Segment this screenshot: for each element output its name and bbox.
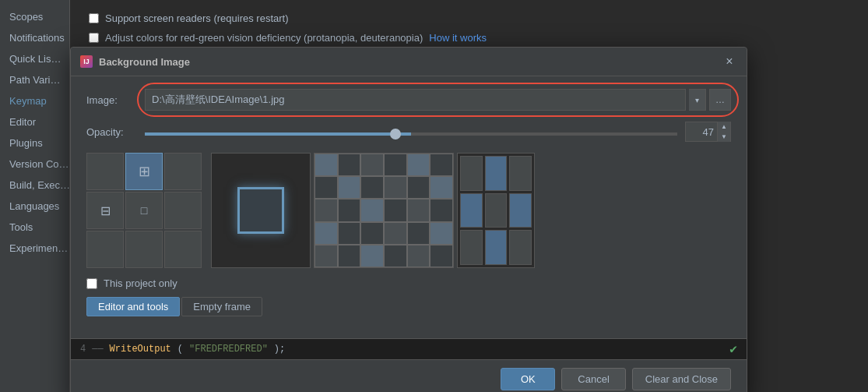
sidebar-item-pathvari[interactable]: Path Vari… bbox=[0, 69, 69, 90]
tile-cell bbox=[315, 154, 338, 176]
opacity-row: Opacity: ▲ ▼ bbox=[86, 122, 731, 142]
code-paren: ( bbox=[177, 344, 183, 355]
tile-cell bbox=[384, 222, 407, 245]
image-browse-button[interactable]: … bbox=[709, 89, 731, 111]
tile-cell bbox=[360, 245, 384, 267]
pos-cell-ml[interactable]: ⊟ bbox=[86, 192, 124, 229]
mini-tile bbox=[460, 193, 483, 228]
image-field-row: Image: ▾ … bbox=[86, 89, 731, 111]
tile-cell bbox=[430, 199, 453, 221]
code-function: WriteOutput bbox=[110, 344, 171, 355]
sidebar-item-plugins[interactable]: Plugins bbox=[0, 132, 69, 154]
dialog-close-button[interactable]: × bbox=[722, 54, 737, 69]
tile-cell bbox=[360, 222, 384, 245]
sidebar-item-tools[interactable]: Tools bbox=[0, 217, 69, 238]
project-only-row: This project only bbox=[86, 277, 731, 289]
opacity-value-input[interactable] bbox=[686, 126, 717, 138]
pos-cell-br[interactable] bbox=[164, 231, 202, 268]
sidebar-item-editor[interactable]: Editor bbox=[0, 111, 69, 132]
mini-tile bbox=[460, 156, 483, 191]
background-image-dialog: IJ Background Image × Image: ▾ … Opacity… bbox=[70, 47, 747, 392]
tile-cell bbox=[315, 176, 338, 199]
position-grid: ⊞ ⊟ □ bbox=[86, 153, 202, 268]
code-preview-bar: 4 —— WriteOutput("FREDFREDFRED"); ✔ bbox=[71, 338, 747, 359]
tile-cell bbox=[407, 199, 430, 221]
tile-cell bbox=[384, 154, 407, 176]
action-buttons-row: OK Cancel Clear and Close bbox=[71, 359, 747, 392]
tile-cell bbox=[315, 199, 338, 221]
screen-readers-row: Support screen readers (requires restart… bbox=[89, 12, 849, 24]
dialog-titlebar: IJ Background Image × bbox=[71, 48, 747, 76]
tile-cell bbox=[430, 154, 453, 176]
opacity-spin-up[interactable]: ▲ bbox=[718, 122, 730, 132]
tab-editor-tools-button[interactable]: Editor and tools bbox=[86, 297, 180, 316]
opacity-spin-down[interactable]: ▼ bbox=[718, 132, 730, 142]
image-label: Image: bbox=[86, 94, 137, 106]
tab-row: Editor and tools Empty frame bbox=[86, 297, 731, 316]
sidebar-item-buildexec[interactable]: Build, Exec… bbox=[0, 175, 69, 196]
mini-tile bbox=[509, 230, 532, 265]
tile-cell bbox=[360, 199, 384, 221]
color-adjust-label: Adjust colors for red-green vision defic… bbox=[105, 32, 423, 44]
opacity-slider[interactable] bbox=[145, 132, 677, 136]
tiled-preview[interactable] bbox=[314, 153, 454, 268]
tile-cell bbox=[384, 199, 407, 221]
tile-cell bbox=[360, 154, 384, 176]
tile-cell bbox=[338, 154, 361, 176]
this-project-only-checkbox[interactable] bbox=[86, 278, 97, 289]
tile-cell bbox=[338, 199, 361, 221]
pos-cell-mc[interactable]: □ bbox=[125, 192, 163, 229]
image-input-wrap: ▾ … bbox=[145, 89, 731, 111]
cancel-button[interactable]: Cancel bbox=[561, 368, 625, 390]
ok-button[interactable]: OK bbox=[501, 368, 555, 390]
how-it-works-link[interactable]: How it works bbox=[429, 32, 487, 44]
pos-cell-mr[interactable] bbox=[164, 192, 202, 229]
clear-close-button[interactable]: Clear and Close bbox=[632, 368, 731, 390]
pos-cell-bl[interactable] bbox=[86, 231, 124, 268]
sidebar-item-languages[interactable]: Languages bbox=[0, 196, 69, 217]
tile-cell bbox=[407, 222, 430, 245]
opacity-spin-buttons: ▲ ▼ bbox=[717, 122, 730, 142]
thumbnails-area: ⊞ ⊟ □ bbox=[86, 153, 731, 268]
tab-empty-frame-button[interactable]: Empty frame bbox=[181, 297, 262, 316]
pos-cell-tr[interactable] bbox=[164, 153, 202, 190]
preview-thumb-center[interactable] bbox=[211, 153, 311, 268]
dialog-body: Image: ▾ … Opacity: ▲ ▼ bbox=[71, 76, 747, 338]
code-dots: —— bbox=[92, 344, 103, 355]
mini-tile bbox=[485, 156, 508, 191]
pos-cell-bc[interactable] bbox=[125, 231, 163, 268]
screen-readers-checkbox[interactable] bbox=[89, 13, 99, 23]
opacity-value-wrap: ▲ ▼ bbox=[685, 122, 731, 142]
image-dropdown-button[interactable]: ▾ bbox=[689, 89, 706, 111]
tile-cell bbox=[338, 176, 361, 199]
sidebar-item-scopes[interactable]: Scopes bbox=[0, 6, 69, 27]
tile-cell bbox=[315, 222, 338, 245]
mini-tile bbox=[485, 230, 508, 265]
opacity-label: Opacity: bbox=[86, 126, 137, 138]
tile-cell bbox=[360, 176, 384, 199]
grid-preview[interactable] bbox=[457, 153, 535, 268]
tile-cell bbox=[430, 222, 453, 245]
sidebar-item-quicklist[interactable]: Quick Lis… bbox=[0, 48, 69, 69]
sidebar-item-experiments[interactable]: Experimen… bbox=[0, 238, 69, 259]
color-adjust-checkbox[interactable] bbox=[89, 33, 99, 43]
tile-cell bbox=[315, 245, 338, 267]
pos-cell-tc[interactable]: ⊞ bbox=[125, 153, 163, 190]
screen-readers-label: Support screen readers (requires restart… bbox=[105, 12, 289, 24]
sidebar-item-versionco[interactable]: Version Co… bbox=[0, 154, 69, 175]
image-input[interactable] bbox=[145, 89, 686, 111]
dialog-app-icon: IJ bbox=[80, 55, 93, 68]
tile-cell bbox=[338, 245, 361, 267]
pos-cell-tl[interactable] bbox=[86, 153, 124, 190]
mini-tile bbox=[509, 193, 532, 228]
this-project-only-label: This project only bbox=[104, 277, 177, 289]
sidebar-item-keymap[interactable]: Keymap bbox=[0, 90, 69, 111]
code-line-number: 4 bbox=[80, 344, 86, 355]
preview-thumb-inner bbox=[237, 187, 284, 234]
tile-cell bbox=[430, 245, 453, 267]
color-adjust-row: Adjust colors for red-green vision defic… bbox=[89, 32, 849, 44]
tile-cell bbox=[384, 176, 407, 199]
sidebar-item-notifications[interactable]: Notifications bbox=[0, 27, 69, 48]
sidebar: Scopes Notifications Quick Lis… Path Var… bbox=[0, 0, 70, 392]
mini-tile bbox=[460, 230, 483, 265]
